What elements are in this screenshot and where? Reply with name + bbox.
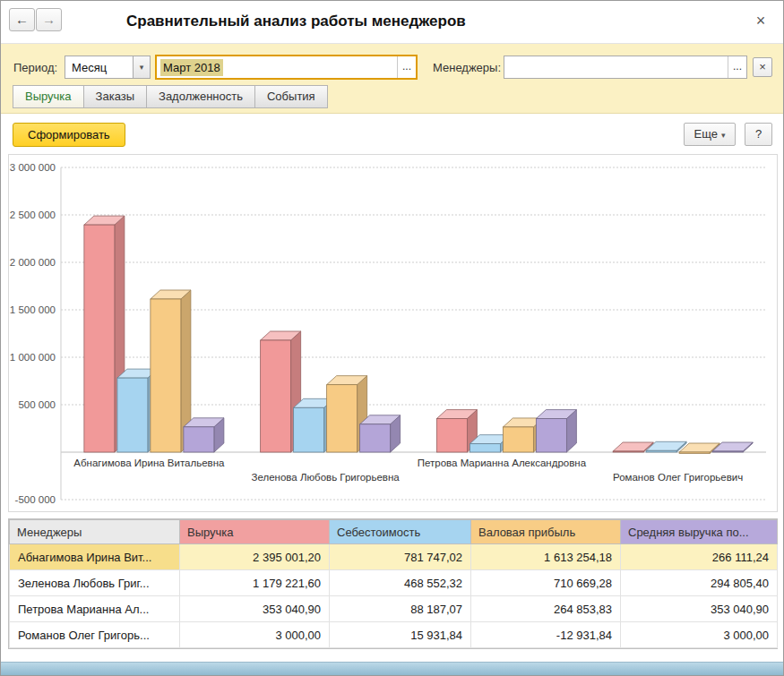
managers-label: Менеджеры: [433, 61, 501, 74]
table-row[interactable]: Зеленова Любовь Григ...1 179 221,60468 5… [10, 570, 778, 596]
chevron-down-icon[interactable]: ▾ [133, 56, 150, 78]
y-tick-label: 1 000 000 [10, 352, 56, 363]
table-row[interactable]: Абнагимова Ирина Вит...2 395 001,20781 7… [10, 544, 778, 570]
column-header-2[interactable]: Выручка [180, 520, 330, 544]
date-picker-button[interactable]: ... [397, 56, 416, 78]
period-type-select[interactable]: Месяц ▾ [65, 56, 151, 79]
managers-picker-button[interactable]: ... [728, 56, 746, 78]
value-cell[interactable]: 3 000,00 [621, 622, 778, 648]
value-cell[interactable]: 781 747,02 [330, 544, 471, 570]
period-label: Период: [13, 61, 57, 74]
bar-4-cat-3 [536, 410, 576, 452]
manager-name-cell[interactable]: Абнагимова Ирина Вит... [10, 544, 180, 570]
table-row[interactable]: Петрова Марианна Ал...353 040,9088 187,0… [10, 596, 778, 622]
y-tick-label: -500 000 [15, 494, 56, 505]
column-header-5[interactable]: Средняя выручка по... [621, 520, 778, 544]
column-header-3[interactable]: Себестоимость [330, 520, 471, 544]
more-button-label: Еще [694, 127, 718, 141]
y-tick-label: 3 000 000 [10, 162, 56, 173]
manager-name-cell[interactable]: Романов Олег Григорь... [10, 622, 180, 648]
manager-name-cell[interactable]: Зеленова Любовь Григ... [10, 570, 180, 596]
category-label: Зеленова Любовь Григорьевна [252, 472, 401, 483]
back-button[interactable]: ← [9, 8, 35, 31]
period-date-value: Март 2018 [160, 59, 223, 76]
value-cell[interactable]: 1 613 254,18 [471, 544, 621, 570]
close-icon[interactable]: × [750, 10, 771, 31]
value-cell[interactable]: 1 179 221,60 [180, 570, 330, 596]
value-cell[interactable]: 294 805,40 [621, 570, 778, 596]
page-title: Сравнительный анализ работы менеджеров [126, 13, 466, 30]
table-row[interactable]: Романов Олег Григорь...3 000,0015 931,84… [10, 622, 778, 648]
help-button[interactable]: ? [745, 123, 772, 146]
chart-area: -500 000500 0001 000 0001 500 0002 000 0… [8, 154, 778, 512]
value-cell[interactable]: 266 111,24 [621, 544, 778, 570]
tab-sobytiya[interactable]: События [254, 85, 328, 108]
value-cell[interactable]: 3 000,00 [180, 622, 330, 648]
report-tabs: Выручка Заказы Задолженность События [13, 85, 327, 108]
value-cell[interactable]: 15 931,84 [330, 622, 471, 648]
y-tick-label: 2 000 000 [10, 257, 56, 268]
window-header: ← → Сравнительный анализ работы менеджер… [1, 1, 783, 44]
y-tick-label: 1 500 000 [10, 304, 56, 315]
manager-name-cell[interactable]: Петрова Марианна Ал... [10, 596, 180, 622]
table-header-row: МенеджерыВыручкаСебестоимостьВаловая при… [10, 520, 778, 544]
generate-button[interactable]: Сформировать [13, 123, 125, 147]
bar-4-cat-2 [360, 415, 401, 452]
value-cell[interactable]: 2 395 001,20 [180, 544, 330, 570]
y-tick-label: 2 500 000 [10, 210, 56, 220]
value-cell[interactable]: -12 931,84 [471, 622, 621, 648]
period-date-input[interactable]: Март 2018 ... [155, 55, 418, 80]
managers-clear-button[interactable]: × [753, 57, 772, 77]
value-cell[interactable]: 353 040,90 [180, 596, 330, 622]
more-button[interactable]: Еще▾ [684, 123, 736, 146]
column-header-1[interactable]: Менеджеры [10, 520, 180, 544]
tab-zakazy[interactable]: Заказы [83, 85, 147, 108]
results-table: МенеджерыВыручкаСебестоимостьВаловая при… [9, 519, 778, 648]
chevron-down-icon: ▾ [721, 131, 726, 140]
category-label: Романов Олег Григорьевич [613, 472, 743, 483]
y-tick-label: 500 000 [18, 399, 56, 410]
managers-input[interactable]: ... [504, 56, 747, 79]
value-cell[interactable]: 353 040,90 [621, 596, 778, 622]
results-table-container: МенеджерыВыручкаСебестоимостьВаловая при… [8, 518, 778, 649]
bar-4-cat-1 [184, 418, 224, 452]
column-header-4[interactable]: Валовая прибыль [471, 520, 621, 544]
horizontal-scrollbar[interactable] [1, 662, 783, 675]
bar-chart-3d: -500 000500 0001 000 0001 500 0002 000 0… [9, 155, 777, 511]
app-window: ← → Сравнительный анализ работы менеджер… [0, 0, 784, 676]
period-type-value: Месяц [65, 56, 133, 78]
category-label: Петрова Марианна Александровна [418, 458, 587, 468]
tab-zadolzhennost[interactable]: Задолженность [146, 85, 255, 108]
category-label: Абнагимова Ирина Витальевна [73, 458, 225, 468]
value-cell[interactable]: 468 552,32 [330, 570, 471, 596]
value-cell[interactable]: 88 187,07 [330, 596, 471, 622]
value-cell[interactable]: 264 853,83 [471, 596, 621, 622]
tab-vyruchka[interactable]: Выручка [13, 85, 84, 108]
value-cell[interactable]: 710 669,28 [471, 570, 621, 596]
forward-button[interactable]: → [36, 8, 62, 31]
